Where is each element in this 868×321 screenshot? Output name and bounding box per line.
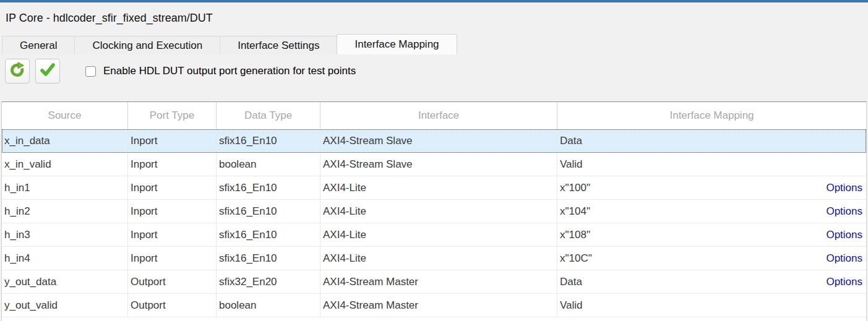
options-link[interactable]: Options (826, 252, 862, 265)
mapping-value: Valid (560, 158, 583, 171)
cell-interface-mapping[interactable]: x"104" Options (557, 200, 866, 223)
cell-source: h_in1 (2, 176, 128, 199)
cell-data-type: sfix16_En10 (217, 129, 320, 152)
column-header-port-type: Port Type (128, 102, 217, 129)
options-link[interactable]: Options (826, 205, 862, 218)
cell-source: h_in2 (2, 200, 128, 223)
cell-data-type: sfix16_En10 (217, 247, 320, 270)
cell-source: h_in3 (2, 223, 128, 246)
options-link[interactable]: Options (826, 276, 862, 288)
refresh-icon (9, 61, 26, 81)
cell-interface-mapping[interactable]: x"10C" Options (557, 247, 866, 270)
cell-interface[interactable]: AXI4-Stream Slave (320, 153, 557, 176)
mapping-value: Valid (560, 299, 583, 312)
cell-data-type: boolean (217, 294, 320, 317)
table-header-row: Source Port Type Data Type Interface Int… (2, 102, 866, 129)
cell-port-type: Inport (128, 247, 217, 270)
cell-interface[interactable]: AXI4-Stream Master (320, 270, 557, 293)
cell-source: y_out_valid (2, 294, 128, 317)
validate-button[interactable] (35, 59, 60, 83)
tab-clocking-and-execution[interactable]: Clocking and Execution (74, 36, 220, 54)
cell-interface[interactable]: AXI4-Lite (320, 200, 557, 223)
tab-bar: General Clocking and Execution Interface… (0, 34, 868, 54)
table-row-h_in4[interactable]: h_in4 Inport sfix16_En10 AXI4-Lite x"10C… (2, 247, 866, 270)
tab-general[interactable]: General (2, 36, 75, 54)
table-row-x_in_data[interactable]: x_in_data Inport sfix16_En10 AXI4-Stream… (2, 129, 866, 153)
cell-data-type: boolean (217, 153, 320, 176)
interface-mapping-table: Source Port Type Data Type Interface Int… (1, 101, 867, 321)
table-row-y_out_valid[interactable]: y_out_valid Outport boolean AXI4-Stream … (2, 294, 866, 317)
cell-port-type: Inport (128, 153, 217, 176)
options-link[interactable]: Options (826, 229, 862, 241)
mapping-value: x"108" (560, 229, 590, 241)
cell-port-type: Inport (128, 223, 217, 246)
cell-data-type: sfix32_En20 (217, 270, 320, 293)
cell-port-type: Outport (128, 294, 217, 317)
cell-interface[interactable]: AXI4-Lite (320, 247, 557, 270)
options-link[interactable]: Options (826, 182, 862, 194)
cell-interface-mapping[interactable]: x"108" Options (557, 223, 866, 246)
mapping-value: x"10C" (560, 252, 592, 265)
table-row-h_in3[interactable]: h_in3 Inport sfix16_En10 AXI4-Lite x"108… (2, 223, 866, 247)
refresh-button[interactable] (5, 59, 30, 83)
title-bar: IP Core - hdlcoder_sfir_fixed_stream/DUT (0, 2, 868, 34)
column-header-data-type: Data Type (217, 102, 320, 129)
table-row-y_out_data[interactable]: y_out_data Outport sfix32_En20 AXI4-Stre… (2, 270, 866, 294)
cell-source: x_in_data (2, 129, 128, 152)
cell-interface[interactable]: AXI4-Stream Master (320, 294, 557, 317)
cell-data-type: sfix16_En10 (217, 200, 320, 223)
cell-interface[interactable]: AXI4-Lite (320, 223, 557, 246)
cell-port-type: Outport (128, 270, 217, 293)
cell-interface-mapping[interactable]: Valid (557, 294, 866, 317)
cell-source: x_in_valid (2, 153, 128, 176)
cell-port-type: Inport (128, 129, 217, 152)
cell-interface[interactable]: AXI4-Stream Slave (320, 129, 557, 152)
cell-source: y_out_data (2, 270, 128, 293)
table-row-h_in1[interactable]: h_in1 Inport sfix16_En10 AXI4-Lite x"100… (2, 176, 866, 200)
toolbar: Enable HDL DUT output port generation fo… (0, 54, 868, 103)
page-title: IP Core - hdlcoder_sfir_fixed_stream/DUT (6, 12, 213, 25)
cell-source: h_in4 (2, 247, 128, 270)
cell-data-type: sfix16_En10 (217, 176, 320, 199)
column-header-interface: Interface (320, 102, 557, 129)
test-points-checkbox[interactable] (85, 66, 96, 77)
cell-interface-mapping[interactable]: Valid (557, 153, 866, 176)
tab-interface-settings[interactable]: Interface Settings (220, 36, 337, 54)
test-points-checkbox-label: Enable HDL DUT output port generation fo… (103, 65, 356, 77)
table-row-h_in2[interactable]: h_in2 Inport sfix16_En10 AXI4-Lite x"104… (2, 200, 866, 223)
mapping-value: Data (560, 135, 582, 147)
cell-interface-mapping[interactable]: Data (557, 129, 866, 152)
cell-interface[interactable]: AXI4-Lite (320, 176, 557, 199)
column-header-source: Source (2, 102, 128, 129)
check-icon (40, 62, 56, 80)
cell-interface-mapping[interactable]: x"100" Options (557, 176, 866, 199)
cell-port-type: Inport (128, 176, 217, 199)
table-row-x_in_valid[interactable]: x_in_valid Inport boolean AXI4-Stream Sl… (2, 153, 866, 176)
cell-interface-mapping[interactable]: Data Options (557, 270, 866, 293)
cell-data-type: sfix16_En10 (217, 223, 320, 246)
mapping-value: x"100" (560, 182, 590, 194)
column-header-interface-mapping: Interface Mapping (557, 102, 866, 129)
mapping-value: Data (560, 276, 582, 288)
mapping-value: x"104" (560, 205, 590, 218)
tab-interface-mapping[interactable]: Interface Mapping (337, 34, 457, 54)
cell-port-type: Inport (128, 200, 217, 223)
